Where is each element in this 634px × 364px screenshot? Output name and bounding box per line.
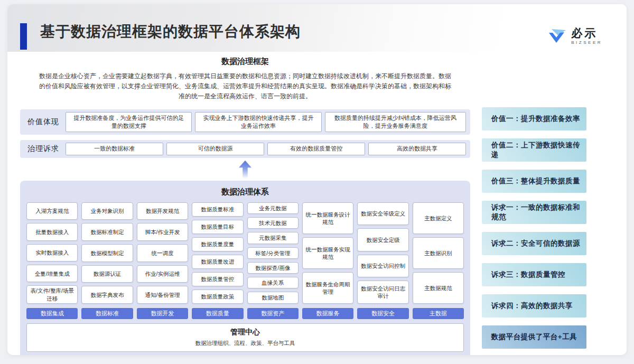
capability-cell: 全量/增量集成 (26, 265, 78, 282)
column-data-service: 统一数据服务设计规范 统一数据服务实现规范 数据服务生命周期管理 (302, 202, 353, 304)
capability-cell: 标签/分类管理 (247, 247, 299, 259)
slide-card: 基于数据治理框架的数据平台体系架构 必示 BIZSEER 数据治理框架 数据是企… (7, 4, 627, 355)
column-master-data: 主数据定义 主数据识别 主数据规范 (413, 202, 464, 304)
sidebar-item-demand-4: 诉求四：高效的数据共享 (482, 294, 586, 318)
capability-cell: 数据质量改进 (192, 255, 243, 269)
capability-cell: 元数据采集 (247, 232, 299, 244)
logo-name: 必示 (571, 27, 598, 39)
capability-cell: 数据开发规范 (137, 202, 188, 220)
value-row-items: 提升数据准备度，为业务运作提供可信的足量的数据支撑 实现业务上下游数据的快速传递… (66, 112, 466, 133)
column-data-integration: 入湖方案规范 批量数据接入 实时数据接入 全量/增量集成 表/文件/整库/场景迁… (26, 202, 78, 304)
content-area: 数据治理框架 数据是企业核心资产，企业需要建立起数据字典，有效管理其日益重要的数… (7, 52, 627, 355)
capability-cell: 主数据定义 (413, 202, 464, 234)
capability-cell: 数据质量目标 (192, 220, 243, 234)
sidebar-item-demand-3: 诉求三：数据质量管控 (482, 263, 586, 286)
page-title: 基于数据治理框架的数据平台体系架构 (40, 22, 301, 42)
capability-cell: 批量数据接入 (26, 223, 78, 240)
capability-cell: 数据探查/画像 (247, 262, 299, 274)
demand-item: 高效的数据共享 (368, 143, 466, 155)
capability-cell: 通知/备份管理 (137, 286, 188, 304)
capability-cell: 数据质量政策 (192, 290, 243, 304)
capability-cell: 统一调度 (137, 244, 188, 262)
sidebar-footer-platform: 数据平台提供了平台+工具 (482, 325, 586, 349)
column-data-development: 数据开发规范 脚本/作业开发 统一调度 作业/实例运维 通知/备份管理 (137, 202, 188, 304)
management-center-title: 管理中心 (32, 328, 458, 337)
column-label: 数据资产 (247, 308, 299, 319)
demand-item: 可信的数据源 (166, 143, 264, 155)
value-demand-sidebar: 价值一：提升数据准备效率 价值二：上下游数据快速传递 价值三：整体提升数据质量 … (482, 107, 586, 355)
capability-cell: 表/文件/整库/场景迁移 (26, 285, 78, 303)
capability-cell: 主数据识别 (413, 237, 464, 269)
capability-cell: 脚本/作业开发 (137, 223, 188, 241)
sidebar-item-demand-1: 诉求一：一致的数据标准和规范 (482, 201, 586, 224)
capability-cell: 作业/实例运维 (137, 265, 188, 283)
capability-cell: 数据模型制定 (81, 244, 133, 262)
value-row-label: 价值体现 (27, 117, 66, 127)
capability-cell: 统一数据服务实现规范 (302, 237, 353, 269)
capability-cell: 入湖方案规范 (26, 202, 78, 220)
sidebar-item-demand-2: 诉求二：安全可信的数据源 (482, 232, 586, 255)
capability-cell: 数据安全访问日志审计 (357, 281, 408, 304)
capability-cell: 数据服务生命周期管理 (302, 272, 353, 304)
column-label: 数据开发 (137, 308, 188, 319)
capability-cell: 数据标准制定 (81, 223, 133, 241)
column-data-security: 数据安全等级定义 数据安全定级 数据安全访问控制 数据安全访问日志审计 (357, 202, 408, 304)
sidebar-item-value-3: 价值三：整体提升数据质量 (482, 170, 586, 193)
demand-item: 有效的数据质量管控 (267, 143, 365, 155)
column-data-quality: 数据质量标准 数据质量目标 数据质量度量 数据质量改进 数据质量管控 数据质量政… (192, 202, 243, 304)
capability-cell: 数据质量标准 (192, 202, 243, 217)
capability-cell: 数据源认证 (81, 265, 133, 283)
capability-cell: 数据地图 (247, 292, 299, 303)
capability-cell: 统一数据服务设计规范 (302, 202, 353, 234)
column-label: 数据质量 (192, 308, 243, 319)
capability-cell: 数据安全定级 (357, 228, 408, 251)
governance-system-panel: 数据治理体系 入湖方案规范 批量数据接入 实时数据接入 全量/增量集成 表/文件… (20, 181, 470, 355)
logo-text: 必示 BIZSEER (571, 27, 602, 45)
capability-grid: 入湖方案规范 批量数据接入 实时数据接入 全量/增量集成 表/文件/整库/场景迁… (26, 202, 464, 304)
title-accent-bar (20, 23, 27, 50)
capability-cell: 血缘关系 (247, 277, 299, 288)
slide-header: 基于数据治理框架的数据平台体系架构 必示 BIZSEER (7, 4, 627, 52)
capability-cell: 数据字典发布 (81, 286, 133, 304)
management-center-subtitle: 数据治理组织、流程、政策、平台与工具 (32, 340, 458, 347)
demand-row-items: 一致的数据标准 可信的数据源 有效的数据质量管控 高效的数据共享 (66, 143, 466, 155)
capability-cell: 数据安全等级定义 (357, 202, 408, 226)
column-data-standard: 业务对象识别 数据标准制定 数据模型制定 数据源认证 数据字典发布 (81, 202, 133, 304)
column-label: 主数据 (413, 308, 464, 319)
capability-cell: 业务对象识别 (81, 202, 133, 220)
main-diagram: 数据治理框架 数据是企业核心资产，企业需要建立起数据字典，有效管理其日益重要的数… (20, 52, 470, 355)
bizseer-logo-icon (547, 29, 567, 44)
demand-row: 治理诉求 一致的数据标准 可信的数据源 有效的数据质量管控 高效的数据共享 (20, 140, 470, 157)
value-item: 数据质量的持续提升减少纠错成本，降低运营风险，提升业务服务满意度 (325, 112, 467, 133)
flow-arrow-wrap (20, 158, 470, 181)
value-item: 提升数据准备度，为业务运作提供可信的足量的数据支撑 (66, 112, 192, 133)
column-labels-row: 数据集成 数据标准 数据开发 数据质量 数据资产 数据服务 数据安全 主数据 (26, 308, 464, 319)
up-arrow-icon (239, 161, 251, 179)
management-center-box: 管理中心 数据治理组织、流程、政策、平台与工具 (26, 323, 464, 352)
capability-cell: 数据质量度量 (192, 237, 243, 251)
sidebar-item-value-2: 价值二：上下游数据快速传递 (482, 138, 586, 162)
column-label: 数据集成 (26, 308, 78, 319)
capability-cell: 实时数据接入 (26, 244, 78, 262)
demand-row-label: 治理诉求 (27, 144, 66, 154)
column-label: 数据服务 (302, 308, 353, 319)
value-item: 实现业务上下游数据的快速传递共享，提升业务运作效率 (195, 112, 321, 133)
framework-title: 数据治理框架 (20, 57, 470, 67)
logo-subtitle: BIZSEER (571, 40, 602, 45)
demand-item: 一致的数据标准 (66, 143, 163, 155)
column-label: 数据安全 (357, 308, 408, 319)
value-row: 价值体现 提升数据准备度，为业务运作提供可信的足量的数据支撑 实现业务上下游数据… (20, 109, 470, 135)
bizseer-logo: 必示 BIZSEER (547, 27, 602, 45)
capability-cell: 技术元数据 (247, 217, 299, 229)
column-data-asset: 业务元数据 技术元数据 元数据采集 标签/分类管理 数据探查/画像 血缘关系 数… (247, 202, 299, 304)
sidebar-item-value-1: 价值一：提升数据准备效率 (482, 107, 586, 130)
capability-cell: 数据安全访问控制 (357, 255, 408, 278)
governance-system-title: 数据治理体系 (26, 187, 464, 197)
capability-cell: 数据质量管控 (192, 272, 243, 286)
framework-intro: 数据是企业核心资产，企业需要建立起数据字典，有效管理其日益重要的数据和信息资源；… (36, 71, 454, 102)
capability-cell: 主数据规范 (413, 272, 464, 304)
capability-cell: 业务元数据 (247, 202, 299, 214)
column-label: 数据标准 (81, 308, 133, 319)
